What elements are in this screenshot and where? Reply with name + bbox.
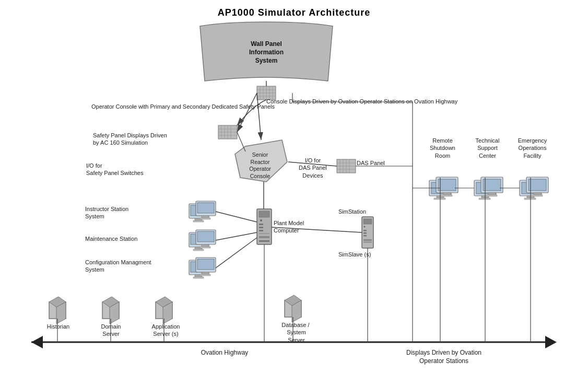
svg-rect-78 xyxy=(196,258,216,272)
svg-marker-116 xyxy=(31,336,43,348)
svg-rect-97 xyxy=(486,195,497,196)
svg-rect-39 xyxy=(363,219,372,224)
svg-rect-49 xyxy=(102,302,119,319)
svg-rect-60 xyxy=(195,218,202,220)
svg-rect-68 xyxy=(195,247,202,249)
senior-reactor-label: SeniorReactorOperatorConsole xyxy=(237,151,284,180)
svg-rect-20 xyxy=(337,159,356,173)
svg-rect-89 xyxy=(441,195,452,196)
domain-server-label: DomainServer xyxy=(94,323,128,338)
svg-rect-80 xyxy=(202,272,209,274)
svg-marker-54 xyxy=(163,302,172,324)
console-displays-note: Console Displays Driven by Ovation Opera… xyxy=(266,98,457,105)
svg-rect-102 xyxy=(526,177,548,193)
remote-shutdown-label: RemoteShutdownRoom xyxy=(423,137,462,159)
svg-rect-103 xyxy=(528,179,546,191)
svg-rect-101 xyxy=(524,198,536,200)
svg-marker-57 xyxy=(292,300,301,322)
io-das-label: I/O forDAS PanelDevices xyxy=(299,157,327,179)
svg-text:Information: Information xyxy=(249,49,284,56)
simslave-label: SimSlave (s) xyxy=(338,251,371,258)
ovation-highway-label: Ovation Highway xyxy=(172,349,277,357)
svg-rect-98 xyxy=(520,180,542,196)
svg-rect-38 xyxy=(362,217,373,248)
instructor-station-label: Instructor StationSystem xyxy=(85,205,128,220)
displays-driven-label: Displays Driven by OvationOperator Stati… xyxy=(386,349,501,365)
svg-rect-41 xyxy=(363,230,367,231)
io-safety-switches-label: I/O forSafety Panel Switches xyxy=(86,162,143,177)
svg-rect-66 xyxy=(189,232,209,247)
svg-rect-91 xyxy=(476,182,494,194)
svg-rect-82 xyxy=(429,180,451,196)
svg-rect-76 xyxy=(195,275,202,277)
svg-rect-52 xyxy=(156,302,172,319)
svg-rect-85 xyxy=(434,198,445,200)
svg-rect-44 xyxy=(363,239,372,241)
svg-rect-105 xyxy=(531,195,543,196)
maintenance-station-label: Maintenance Station xyxy=(85,235,137,242)
svg-rect-73 xyxy=(200,247,210,248)
safety-panel-displays-label: Safety Panel Displays Drivenby AC 160 Si… xyxy=(93,132,167,147)
svg-rect-95 xyxy=(483,179,501,191)
svg-text:System: System xyxy=(255,57,278,64)
svg-line-138 xyxy=(237,132,245,151)
page-title: AP1000 Simulator Architecture xyxy=(0,0,588,18)
svg-rect-35 xyxy=(259,233,269,234)
svg-marker-117 xyxy=(545,336,557,348)
svg-point-31 xyxy=(260,219,262,221)
svg-line-108 xyxy=(257,93,261,140)
svg-rect-30 xyxy=(259,211,269,217)
svg-marker-51 xyxy=(110,302,119,324)
svg-rect-64 xyxy=(202,216,209,218)
svg-line-112 xyxy=(216,212,257,222)
svg-line-114 xyxy=(216,238,257,268)
das-panel-label: DAS Panel xyxy=(357,159,385,167)
svg-rect-63 xyxy=(197,203,214,213)
svg-rect-75 xyxy=(191,262,207,272)
svg-text:Wall Panel: Wall Panel xyxy=(251,40,282,48)
svg-rect-43 xyxy=(363,235,367,237)
svg-rect-69 xyxy=(193,249,204,251)
svg-marker-56 xyxy=(285,295,301,306)
svg-rect-87 xyxy=(438,179,456,191)
svg-rect-70 xyxy=(196,230,216,244)
svg-rect-72 xyxy=(202,244,209,247)
svg-rect-46 xyxy=(49,302,66,319)
svg-line-107 xyxy=(237,93,257,132)
svg-rect-36 xyxy=(259,236,269,238)
technical-support-label: TechnicalSupportCenter xyxy=(468,137,507,159)
svg-rect-37 xyxy=(259,240,269,242)
svg-rect-34 xyxy=(259,230,263,231)
svg-rect-71 xyxy=(197,231,214,242)
historian-label: Historian xyxy=(41,323,75,330)
svg-rect-94 xyxy=(481,177,503,193)
svg-rect-104 xyxy=(534,193,541,195)
svg-rect-42 xyxy=(363,232,367,234)
svg-marker-48 xyxy=(56,302,66,324)
svg-rect-65 xyxy=(200,218,210,219)
svg-rect-55 xyxy=(285,300,301,317)
svg-rect-79 xyxy=(197,259,214,270)
svg-rect-67 xyxy=(191,234,207,244)
config-mgmt-label: Configuration ManagmentSystem xyxy=(85,259,151,274)
svg-rect-84 xyxy=(437,196,444,198)
svg-rect-12 xyxy=(218,125,237,139)
svg-marker-47 xyxy=(49,297,66,307)
svg-rect-77 xyxy=(193,277,204,278)
svg-rect-88 xyxy=(443,193,451,195)
svg-rect-81 xyxy=(200,274,210,276)
svg-rect-33 xyxy=(259,227,263,228)
svg-rect-93 xyxy=(479,198,490,200)
svg-rect-58 xyxy=(189,204,209,218)
svg-rect-74 xyxy=(189,260,209,275)
svg-rect-90 xyxy=(474,180,496,196)
svg-marker-50 xyxy=(102,297,119,307)
svg-point-40 xyxy=(364,226,366,228)
svg-rect-86 xyxy=(436,177,458,193)
emergency-ops-label: EmergencyOperationsFacility xyxy=(513,137,552,159)
svg-rect-99 xyxy=(522,182,539,194)
svg-rect-83 xyxy=(431,182,449,194)
svg-rect-61 xyxy=(193,220,204,222)
svg-rect-92 xyxy=(481,196,489,198)
svg-line-113 xyxy=(216,232,257,240)
